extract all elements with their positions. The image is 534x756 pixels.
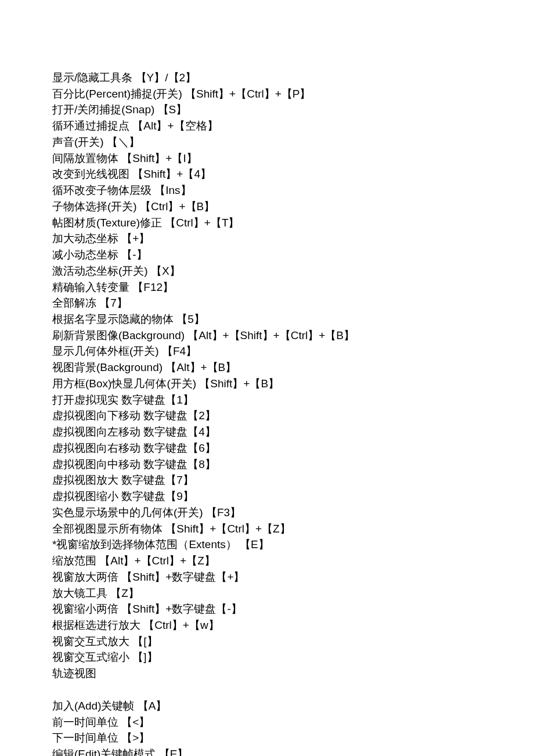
shortcut-line: 视图背景(Background) 【Alt】+【B】 <box>52 359 482 376</box>
shortcut-line: 视窗放大两倍 【Shift】+数字键盘【+】 <box>52 569 482 585</box>
shortcut-line: 根据名字显示隐藏的物体 【5】 <box>52 311 482 327</box>
section-gap <box>52 682 482 698</box>
shortcut-line: *视窗缩放到选择物体范围（Extents） 【E】 <box>52 537 482 553</box>
shortcut-line: 下一时间单位 【>】 <box>52 730 482 746</box>
shortcut-line: 减小动态坐标 【-】 <box>52 247 482 263</box>
shortcut-line: 虚拟视图向中移动 数字键盘【8】 <box>52 456 482 473</box>
shortcut-line: 打开虚拟现实 数字键盘【1】 <box>52 392 482 408</box>
shortcut-line: 视窗交互式放大 【[】 <box>52 633 482 650</box>
shortcut-line: 打开/关闭捕捉(Snap) 【S】 <box>52 102 482 118</box>
shortcut-line: 加入(Add)关键帧 【A】 <box>52 698 482 714</box>
shortcut-line: 间隔放置物体 【Shift】+【I】 <box>52 150 482 167</box>
shortcut-line: 编辑(Edit)关键帧模式 【E】 <box>52 746 482 756</box>
shortcut-line: 全部解冻 【7】 <box>52 295 482 311</box>
shortcut-line: 显示/隐藏工具条 【Y】/【2】 <box>52 70 482 86</box>
shortcut-line: 缩放范围 【Alt】+【Ctrl】+【Z】 <box>52 553 482 569</box>
shortcut-line: 视窗缩小两倍 【Shift】+数字键盘【-】 <box>52 601 482 617</box>
shortcut-line: 用方框(Box)快显几何体(开关) 【Shift】+【B】 <box>52 376 482 392</box>
shortcut-line: 虚拟视图向下移动 数字键盘【2】 <box>52 408 482 424</box>
shortcut-line: 轨迹视图 <box>52 665 482 682</box>
shortcut-line: 前一时间单位 【<】 <box>52 714 482 730</box>
shortcut-line: 声音(开关) 【＼】 <box>52 134 482 150</box>
shortcut-line: 刷新背景图像(Background) 【Alt】+【Shift】+【Ctrl】+… <box>52 327 482 344</box>
shortcut-line: 虚拟视图向右移动 数字键盘【6】 <box>52 440 482 456</box>
shortcut-line: 实色显示场景中的几何体(开关) 【F3】 <box>52 505 482 521</box>
shortcut-line: 根据框选进行放大 【Ctrl】+【w】 <box>52 617 482 633</box>
shortcut-line: 全部视图显示所有物体 【Shift】+【Ctrl】+【Z】 <box>52 521 482 537</box>
shortcut-line: 子物体选择(开关) 【Ctrl】+【B】 <box>52 199 482 215</box>
shortcut-line: 帖图材质(Texture)修正 【Ctrl】+【T】 <box>52 215 482 231</box>
shortcut-line: 虚拟视图缩小 数字键盘【9】 <box>52 488 482 505</box>
shortcut-line: 视窗交互式缩小 【]】 <box>52 649 482 665</box>
shortcut-list-block-1: 显示/隐藏工具条 【Y】/【2】百分比(Percent)捕捉(开关) 【Shif… <box>52 70 482 682</box>
shortcut-line: 放大镜工具 【Z】 <box>52 585 482 602</box>
shortcut-line: 激活动态坐标(开关) 【X】 <box>52 263 482 279</box>
shortcut-line: 虚拟视图向左移动 数字键盘【4】 <box>52 424 482 440</box>
shortcut-line: 百分比(Percent)捕捉(开关) 【Shift】+【Ctrl】+【P】 <box>52 86 482 102</box>
shortcut-list-block-2: 加入(Add)关键帧 【A】前一时间单位 【<】下一时间单位 【>】编辑(Edi… <box>52 698 482 756</box>
shortcut-line: 循环改变子物体层级 【Ins】 <box>52 182 482 199</box>
shortcut-line: 加大动态坐标 【+】 <box>52 231 482 247</box>
shortcut-line: 精确输入转变量 【F12】 <box>52 279 482 296</box>
shortcut-line: 虚拟视图放大 数字键盘【7】 <box>52 472 482 488</box>
shortcut-line: 改变到光线视图 【Shift】+【4】 <box>52 166 482 182</box>
shortcut-line: 循环通过捕捉点 【Alt】+【空格】 <box>52 118 482 134</box>
shortcut-line: 显示几何体外框(开关) 【F4】 <box>52 343 482 359</box>
